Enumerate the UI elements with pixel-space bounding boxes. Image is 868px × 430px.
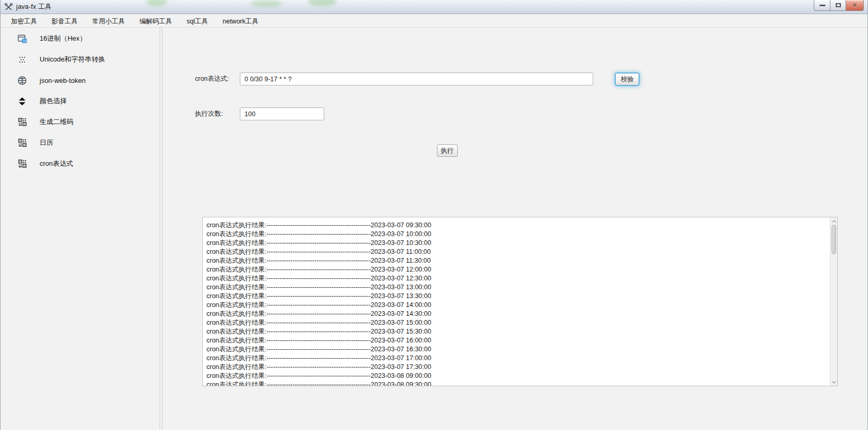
color-picker-icon (17, 96, 27, 106)
app-window: java-fx 工具 ✕ 加密工具影音工具常用小工具编解码工具sql工具netw… (0, 0, 868, 430)
sidebar-item-label: 日历 (40, 138, 53, 148)
scrollbar-thumb[interactable] (832, 225, 836, 254)
svg-text:16: 16 (22, 39, 27, 42)
menu-bar: 加密工具影音工具常用小工具编解码工具sql工具network工具 (1, 14, 867, 28)
qrcode-icon (17, 138, 27, 148)
menu-item-4[interactable]: sql工具 (179, 14, 215, 27)
title-bar[interactable]: java-fx 工具 ✕ (1, 0, 867, 14)
qrcode-icon (17, 159, 27, 169)
menu-item-0[interactable]: 加密工具 (4, 14, 44, 27)
sidebar-item-label: 生成二维码 (40, 117, 74, 127)
glass-reflection (308, 0, 337, 6)
scroll-up-arrow-icon[interactable] (830, 217, 837, 225)
sidebar-item-3[interactable]: 颜色选择 (1, 91, 160, 112)
menu-item-1[interactable]: 影音工具 (44, 14, 85, 27)
close-icon: ✕ (852, 2, 857, 9)
cron-expression-input[interactable] (240, 72, 593, 85)
glass-reflection (251, 0, 282, 7)
qrcode-icon (17, 117, 27, 127)
vertical-scrollbar[interactable] (830, 217, 837, 386)
menu-item-3[interactable]: 编解码工具 (132, 14, 180, 27)
maximize-button[interactable] (830, 0, 846, 11)
minimize-button[interactable] (814, 0, 830, 11)
run-count-label: 执行次数: (195, 109, 223, 118)
menu-item-2[interactable]: 常用小工具 (85, 14, 132, 27)
sidebar-item-1[interactable]: Unicode和字符串转换 (1, 49, 160, 70)
sidebar-item-label: 16进制（Hex） (40, 34, 87, 43)
glass-reflection (146, 0, 167, 6)
sidebar-item-2[interactable]: json-web-token (1, 70, 160, 91)
menu-item-5[interactable]: network工具 (215, 14, 266, 27)
run-count-input[interactable] (240, 107, 324, 120)
cron-tool-panel: cron表达式: 校验 执行次数: 执行 cron表达式执行结果:-------… (163, 28, 867, 429)
sidebar-item-label: Unicode和字符串转换 (40, 55, 105, 64)
sidebar-item-5[interactable]: 日历 (1, 132, 160, 153)
sidebar: 1616进制（Hex）Unicode和字符串转换json-web-token颜色… (1, 28, 160, 429)
sidebar-item-4[interactable]: 生成二维码 (1, 112, 160, 132)
unicode-icon (17, 55, 27, 65)
cron-results-text: cron表达式执行结果:----------------------------… (203, 217, 830, 386)
sidebar-item-label: json-web-token (40, 77, 85, 84)
scroll-down-arrow-icon[interactable] (830, 378, 837, 386)
sidebar-item-label: cron表达式 (40, 159, 73, 168)
globe-icon (17, 76, 27, 85)
sidebar-item-label: 颜色选择 (40, 96, 67, 106)
hex-icon: 16 (17, 34, 27, 44)
cron-results-textarea[interactable]: cron表达式执行结果:----------------------------… (202, 217, 838, 386)
run-button[interactable]: 执行 (437, 144, 458, 157)
app-tools-icon (4, 3, 13, 11)
window-title: java-fx 工具 (16, 2, 52, 11)
validate-button[interactable]: 校验 (615, 73, 639, 85)
sidebar-item-0[interactable]: 1616进制（Hex） (1, 28, 160, 49)
maximize-icon (836, 3, 841, 7)
sidebar-item-6[interactable]: cron表达式 (1, 153, 160, 174)
minimize-icon (820, 5, 825, 6)
window-controls: ✕ (814, 0, 864, 11)
cron-expression-label: cron表达式: (195, 75, 229, 83)
close-button[interactable]: ✕ (846, 0, 864, 11)
